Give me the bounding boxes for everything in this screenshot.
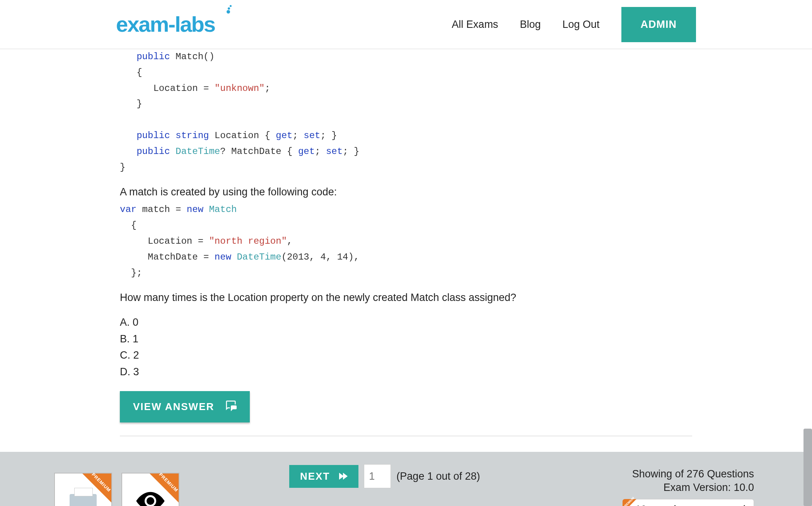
admin-button[interactable]: ADMIN: [621, 7, 696, 42]
pager: NEXT (Page 1 out of 28): [289, 464, 480, 488]
answer-option: C. 2: [120, 347, 692, 363]
showing-line: Showing of 276 Questions: [623, 468, 754, 480]
print-tile[interactable]: PREMIUM: [54, 473, 112, 506]
question-text-1: A match is created by using the followin…: [120, 186, 692, 198]
answer-option: A. 0: [120, 315, 692, 330]
code-block-2: var match = new Match { Location = "nort…: [120, 202, 692, 281]
view-answer-label: VIEW ANSWER: [133, 401, 214, 413]
logo-dots-icon: [227, 5, 232, 14]
divider: [120, 436, 692, 436]
discussion-icon: [225, 400, 237, 414]
printer-icon: [70, 494, 97, 506]
view-answer-button[interactable]: VIEW ANSWER: [120, 391, 250, 422]
nav-all-exams[interactable]: All Exams: [452, 19, 498, 31]
answer-options: A. 0B. 1C. 2D. 3: [120, 315, 692, 380]
nav-blog[interactable]: Blog: [520, 19, 541, 31]
per-page-select-wrap: PREMIUM 10 questions per page: [623, 499, 754, 506]
code-block-1: public Match() { Location = "unknown"; }…: [120, 49, 692, 175]
footer-area: PREMIUM PREMIUM view all NEXT (Page 1 ou…: [0, 452, 812, 506]
view-all-tile[interactable]: PREMIUM view all: [121, 473, 179, 506]
answer-option: D. 3: [120, 364, 692, 380]
logo-text: exam-labs: [116, 14, 215, 35]
main-nav: All Exams Blog Log Out ADMIN: [452, 7, 696, 42]
vertical-scrollbar[interactable]: [803, 429, 812, 506]
header-bar: exam-labs All Exams Blog Log Out ADMIN: [0, 0, 812, 49]
nav-log-out[interactable]: Log Out: [562, 19, 599, 31]
question-prompt: How many times is the Location property …: [120, 292, 692, 304]
site-logo[interactable]: exam-labs: [116, 14, 215, 35]
footer-right: Showing of 276 Questions Exam Version: 1…: [623, 468, 754, 506]
question-content: public Match() { Location = "unknown"; }…: [0, 49, 812, 452]
page-label: (Page 1 out of 28): [396, 470, 480, 482]
next-button[interactable]: NEXT: [289, 465, 358, 488]
per-page-select[interactable]: 10 questions per page: [623, 499, 754, 506]
page-number-input[interactable]: [364, 464, 391, 488]
answer-option: B. 1: [120, 331, 692, 347]
next-label: NEXT: [300, 470, 330, 482]
fast-forward-icon: [340, 473, 348, 480]
version-line: Exam Version: 10.0: [623, 482, 754, 494]
